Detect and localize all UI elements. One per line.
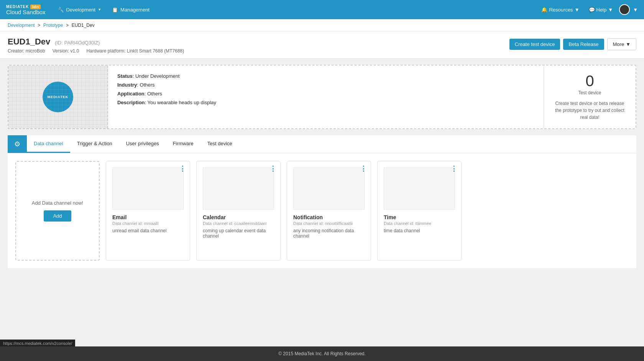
status-value: Under Development (135, 73, 180, 79)
channel-image-calendar (203, 167, 274, 210)
channel-menu-icon-time[interactable]: ⋮ (450, 165, 457, 172)
chevron-down-icon-avatar: ▼ (633, 7, 638, 13)
channel-body-calendar: Calendar Data channel id: ccaalleennddaa… (197, 210, 280, 243)
prototype-info: MEDIATEK Status: Under Development Indus… (8, 65, 636, 129)
nav-development[interactable]: 🔧 Development ▼ (53, 4, 106, 16)
status-row: Status: Under Development (117, 73, 534, 79)
stats-description: Create test device or beta release the p… (552, 100, 628, 121)
channel-menu-icon-calendar[interactable]: ⋮ (269, 165, 276, 172)
breadcrumb-sep-2: > (66, 23, 69, 28)
navbar: MEDIATEK labs Cloud Sandbox 🔧 Developmen… (0, 0, 644, 19)
breadcrumb-development[interactable]: Development (8, 23, 35, 28)
nav-right: 🔔 Resources ▼ 💬 Help ▼ ▼ (538, 4, 638, 15)
channel-id-notification: Data channel id: nnoottiifficaattii (293, 221, 365, 226)
page-version: Version: v1.0 (53, 48, 79, 54)
brand-subtitle: Cloud Sandbox (6, 9, 46, 15)
footer: © 2015 MediaTek Inc. All Rights Reserved… (0, 346, 644, 361)
description-row: Description: You wearable heads up displ… (117, 100, 534, 105)
industry-value: Others (140, 82, 155, 88)
channel-name-calendar: Calendar (203, 214, 274, 220)
content-area: Add Data channel now! Add ⋮ Email Data c… (8, 153, 636, 268)
add-channel-text: Add Data channel now! (32, 200, 83, 206)
chevron-down-icon: ▼ (98, 8, 101, 11)
channel-desc-email: unread email data channel (112, 228, 184, 233)
description-value: You wearable heads up display (148, 100, 217, 105)
tab-gear-icon[interactable]: ⚙ (8, 135, 27, 153)
tab-test-device[interactable]: Test device (200, 135, 239, 153)
wrench-icon: 🔧 (58, 7, 64, 13)
beta-release-button[interactable]: Beta Release (563, 39, 604, 50)
brand: MEDIATEK labs Cloud Sandbox (6, 5, 46, 15)
description-label: Description (117, 100, 145, 105)
channel-desc-notification: any incoming notification data channel (293, 228, 365, 239)
nav-help-label: Help (596, 7, 607, 13)
channel-desc-time: time data channel (384, 228, 455, 233)
industry-label: Industry (117, 82, 137, 88)
channel-image-time (384, 167, 455, 210)
channel-card-email: ⋮ Email Data channel id: mmaalll unread … (106, 161, 190, 261)
page-creator: Creator: microBob (8, 48, 45, 54)
channel-body-notification: Notification Data channel id: nnoottiiff… (287, 210, 371, 243)
page-title: EUD1_Dev (8, 37, 50, 46)
stats-count: 0 (585, 73, 594, 89)
application-row: Application: Others (117, 91, 534, 97)
channel-image-notification (293, 167, 365, 210)
tabs-bar: ⚙ Data channel Trigger & Action User pri… (8, 135, 636, 153)
tab-trigger-action[interactable]: Trigger & Action (70, 135, 119, 153)
industry-row: Industry: Others (117, 82, 534, 88)
chip-background (8, 66, 107, 128)
page-title-section: EUD1_Dev (ID: PARl4OdQ30lZ) Creator: mic… (8, 37, 190, 54)
channel-menu-icon-notification[interactable]: ⋮ (360, 165, 367, 172)
channel-card-time: ⋮ Time Data channel id: ttiimmee time da… (377, 161, 462, 261)
channel-id-calendar: Data channel id: ccaalleennddaarr (203, 221, 274, 226)
more-button[interactable]: More ▼ (607, 38, 637, 50)
tab-firmware[interactable]: Firmware (166, 135, 200, 153)
application-value: Others (147, 91, 162, 97)
nav-management-label: Management (120, 7, 150, 13)
brand-mediatek: MEDIATEK (6, 5, 29, 9)
channel-id-email: Data channel id: mmaalll (112, 221, 184, 226)
header-actions: Create test device Beta Release More ▼ (509, 37, 636, 50)
channel-desc-calendar: coming up calendar event data channel (203, 228, 274, 239)
channel-name-notification: Notification (293, 214, 365, 220)
stats-label: Test device (578, 90, 601, 95)
nav-resources[interactable]: 🔔 Resources ▼ (538, 5, 582, 15)
prototype-details: Status: Under Development Industry: Othe… (108, 66, 544, 128)
brand-labs-badge: labs (30, 5, 40, 9)
tab-user-privileges[interactable]: User privileges (119, 135, 166, 153)
nav-help[interactable]: 💬 Help ▼ (586, 5, 616, 15)
channel-body-email: Email Data channel id: mmaalll unread em… (106, 210, 190, 238)
status-url: https://mcs.mediatek.com/v2console/ (3, 341, 72, 346)
page-meta: Creator: microBob Version: v1.0 Hardware… (8, 48, 190, 54)
prototype-image: MEDIATEK (8, 66, 108, 128)
channel-image-email (112, 167, 184, 210)
breadcrumb: Development > Prototype > EUD1_Dev (0, 19, 644, 31)
channel-card-notification: ⋮ Notification Data channel id: nnoottii… (287, 161, 371, 261)
breadcrumb-current: EUD1_Dev (72, 23, 95, 28)
tab-data-channel[interactable]: Data channel (27, 135, 70, 153)
channel-menu-icon-email[interactable]: ⋮ (179, 165, 186, 172)
add-channel-button[interactable]: Add (44, 210, 71, 222)
bell-icon: 🔔 (541, 7, 547, 13)
page-header: EUD1_Dev (ID: PARl4OdQ30lZ) Creator: mic… (0, 31, 644, 59)
create-test-device-button[interactable]: Create test device (509, 39, 560, 50)
nav-management[interactable]: 📋 Management (107, 4, 154, 16)
help-icon: 💬 (589, 7, 595, 13)
breadcrumb-sep-1: > (38, 23, 40, 28)
add-channel-card: Add Data channel now! Add (15, 161, 100, 261)
prototype-stats: 0 Test device Create test device or beta… (544, 66, 636, 128)
footer-copyright: © 2015 MediaTek Inc. All Rights Reserved… (278, 351, 366, 356)
page-hardware: Hardware platform: LinkIt Smart 7688 (MT… (86, 48, 184, 54)
channels-grid: Add Data channel now! Add ⋮ Email Data c… (15, 161, 629, 261)
file-icon: 📋 (112, 7, 118, 13)
more-label: More (613, 41, 624, 47)
chevron-down-icon-help: ▼ (608, 7, 613, 13)
nav-items: 🔧 Development ▼ 📋 Management (53, 4, 539, 16)
breadcrumb-prototype[interactable]: Prototype (43, 23, 63, 28)
application-label: Application (117, 91, 145, 97)
status-bar: https://mcs.mediatek.com/v2console/ (0, 340, 75, 347)
channel-card-calendar: ⋮ Calendar Data channel id: ccaalleenndd… (196, 161, 281, 261)
avatar[interactable] (619, 4, 630, 15)
channel-name-time: Time (384, 214, 455, 220)
page-title-id: (ID: PARl4OdQ30lZ) (55, 40, 100, 46)
